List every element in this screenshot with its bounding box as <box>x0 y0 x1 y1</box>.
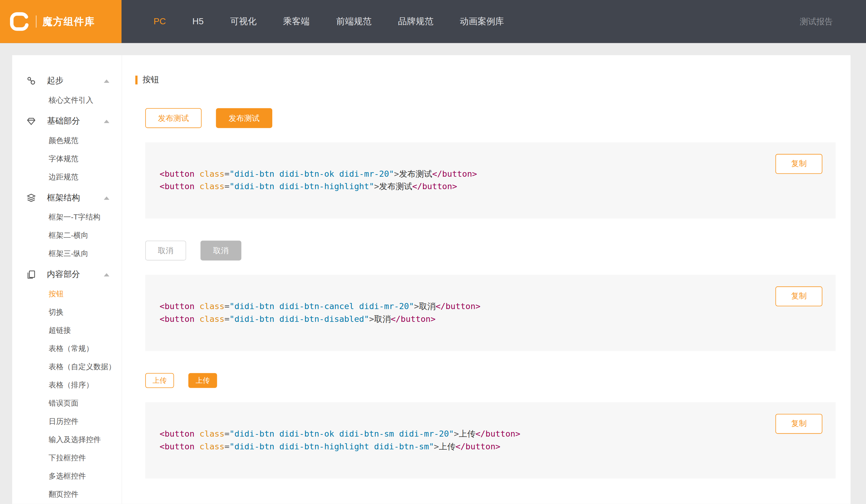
nav-item-PC[interactable]: PC <box>141 0 179 43</box>
code-block: 复制 <button class="didi-btn didi-btn-canc… <box>145 275 836 351</box>
top-header: 魔方组件库 PCH5可视化乘客端前端规范品牌规范动画案例库 测试报告 <box>0 0 866 43</box>
code-block: 复制 <button class="didi-btn didi-btn-ok d… <box>145 402 836 479</box>
sidebar-section-header[interactable]: 起步 <box>12 71 122 91</box>
copy-button[interactable]: 复制 <box>776 414 822 434</box>
demo-section: 取消取消 复制 <button class="didi-btn didi-btn… <box>145 240 835 351</box>
sidebar-item[interactable]: 字体规范 <box>12 150 122 168</box>
code-line: <button class="didi-btn didi-btn-ok didi… <box>159 428 753 440</box>
nav-item-H5[interactable]: H5 <box>179 0 216 43</box>
sidebar-item[interactable]: 下拉框控件 <box>12 449 122 467</box>
demo-button[interactable]: 发布测试 <box>145 108 201 128</box>
page-title-text: 按钮 <box>143 75 159 85</box>
didi-logo-icon <box>9 11 30 32</box>
test-report-link[interactable]: 测试报告 <box>800 0 833 43</box>
main-content: 按钮 发布测试发布测试 复制 <button class="didi-btn d… <box>122 55 851 504</box>
sidebar-items: 颜色规范字体规范边距规范 <box>12 131 122 186</box>
sidebar-section-label: 框架结构 <box>47 193 80 203</box>
sidebar-section-label: 内容部分 <box>47 269 80 280</box>
sidebar-section: 内容部分 按钮切换超链接表格（常规）表格（自定义数据）表格（排序）错误页面日历控… <box>12 264 122 503</box>
sidebar-item[interactable]: 颜色规范 <box>12 131 122 150</box>
gem-icon <box>26 117 36 126</box>
sidebar-section-header[interactable]: 框架结构 <box>12 188 122 208</box>
code-snippet: <button class="didi-btn didi-btn-ok didi… <box>159 428 753 453</box>
sidebar-item[interactable]: 框架二-横向 <box>12 226 122 244</box>
sidebar-section-header[interactable]: 基础部分 <box>12 111 122 131</box>
sidebar-item[interactable]: 切换 <box>12 303 122 321</box>
chevron-up-icon[interactable] <box>104 119 109 123</box>
sidebar-item[interactable]: 核心文件引入 <box>12 91 122 109</box>
sidebar: 起步 核心文件引入 基础部分 颜色规范字体规范边距规范 框架结构 框架一-T字结… <box>12 55 122 504</box>
sidebar-section-label: 起步 <box>47 76 64 86</box>
title-accent-bar <box>135 75 137 84</box>
demo-button[interactable]: 取消 <box>145 240 186 260</box>
nav-item-品牌规范[interactable]: 品牌规范 <box>385 0 447 43</box>
demo-buttons: 上传上传 <box>145 373 835 388</box>
demo-button[interactable]: 上传 <box>145 373 174 388</box>
app-viewport: 魔方组件库 PCH5可视化乘客端前端规范品牌规范动画案例库 测试报告 起步 核心… <box>0 0 866 504</box>
chevron-up-icon[interactable] <box>104 196 109 199</box>
header-nav: PCH5可视化乘客端前端规范品牌规范动画案例库 <box>141 0 518 43</box>
nodes-icon <box>26 76 36 85</box>
chevron-up-icon[interactable] <box>104 273 109 276</box>
demo-list: 发布测试发布测试 复制 <button class="didi-btn didi… <box>135 108 835 479</box>
logo-divider <box>36 15 36 27</box>
code-block: 复制 <button class="didi-btn didi-btn-ok d… <box>145 142 836 219</box>
nav-item-乘客端[interactable]: 乘客端 <box>270 0 323 43</box>
layers-icon <box>26 193 36 203</box>
sidebar-item[interactable]: 错误页面 <box>12 394 122 412</box>
sidebar-items: 框架一-T字结构框架二-横向框架三-纵向 <box>12 208 122 263</box>
sidebar-item[interactable]: 框架一-T字结构 <box>12 208 122 226</box>
sidebar-item[interactable]: 日历控件 <box>12 412 122 431</box>
code-line: <button class="didi-btn didi-btn-disable… <box>159 313 753 326</box>
sidebar-item[interactable]: 表格（自定义数据） <box>12 358 122 376</box>
demo-section: 上传上传 复制 <button class="didi-btn didi-btn… <box>145 373 835 479</box>
sidebar-item[interactable]: 框架三-纵向 <box>12 244 122 263</box>
demo-buttons: 取消取消 <box>145 240 835 260</box>
code-snippet: <button class="didi-btn didi-btn-cancel … <box>159 300 753 326</box>
logo-text: 魔方组件库 <box>43 15 95 28</box>
demo-button[interactable]: 发布测试 <box>216 108 272 128</box>
sidebar-item[interactable]: 输入及选择控件 <box>12 431 122 449</box>
copy-button[interactable]: 复制 <box>776 286 822 306</box>
sidebar-item[interactable]: 边距规范 <box>12 168 122 186</box>
sidebar-section: 基础部分 颜色规范字体规范边距规范 <box>12 111 122 186</box>
copy-button[interactable]: 复制 <box>776 154 822 174</box>
code-line: <button class="didi-btn didi-btn-highlig… <box>159 180 753 193</box>
logo[interactable]: 魔方组件库 <box>0 0 122 43</box>
content-card: 起步 核心文件引入 基础部分 颜色规范字体规范边距规范 框架结构 框架一-T字结… <box>12 55 851 504</box>
sidebar-item[interactable]: 按钮 <box>12 285 122 303</box>
page-title: 按钮 <box>135 75 835 85</box>
demo-button[interactable]: 取消 <box>201 240 242 260</box>
nav-item-前端规范[interactable]: 前端规范 <box>323 0 385 43</box>
code-line: <button class="didi-btn didi-btn-cancel … <box>159 300 753 313</box>
demo-buttons: 发布测试发布测试 <box>145 108 835 128</box>
sidebar-section: 起步 核心文件引入 <box>12 71 122 109</box>
code-line: <button class="didi-btn didi-btn-highlig… <box>159 440 753 453</box>
document-icon <box>26 270 36 279</box>
sidebar-item[interactable]: 多选框控件 <box>12 467 122 485</box>
code-snippet: <button class="didi-btn didi-btn-ok didi… <box>159 168 753 193</box>
nav-item-可视化[interactable]: 可视化 <box>217 0 270 43</box>
sidebar-section-label: 基础部分 <box>47 116 80 127</box>
code-line: <button class="didi-btn didi-btn-ok didi… <box>159 168 753 181</box>
demo-button[interactable]: 上传 <box>188 373 217 388</box>
sidebar-item[interactable]: 表格（排序） <box>12 376 122 394</box>
sidebar-section-header[interactable]: 内容部分 <box>12 264 122 285</box>
nav-item-动画案例库[interactable]: 动画案例库 <box>447 0 518 43</box>
chevron-up-icon[interactable] <box>104 79 109 83</box>
sidebar-items: 按钮切换超链接表格（常规）表格（自定义数据）表格（排序）错误页面日历控件输入及选… <box>12 285 122 503</box>
sidebar-section: 框架结构 框架一-T字结构框架二-横向框架三-纵向 <box>12 188 122 263</box>
demo-section: 发布测试发布测试 复制 <button class="didi-btn didi… <box>145 108 835 219</box>
sidebar-item[interactable]: 翻页控件 <box>12 485 122 503</box>
sidebar-item[interactable]: 表格（常规） <box>12 340 122 358</box>
sidebar-items: 核心文件引入 <box>12 91 122 109</box>
sidebar-item[interactable]: 超链接 <box>12 321 122 340</box>
